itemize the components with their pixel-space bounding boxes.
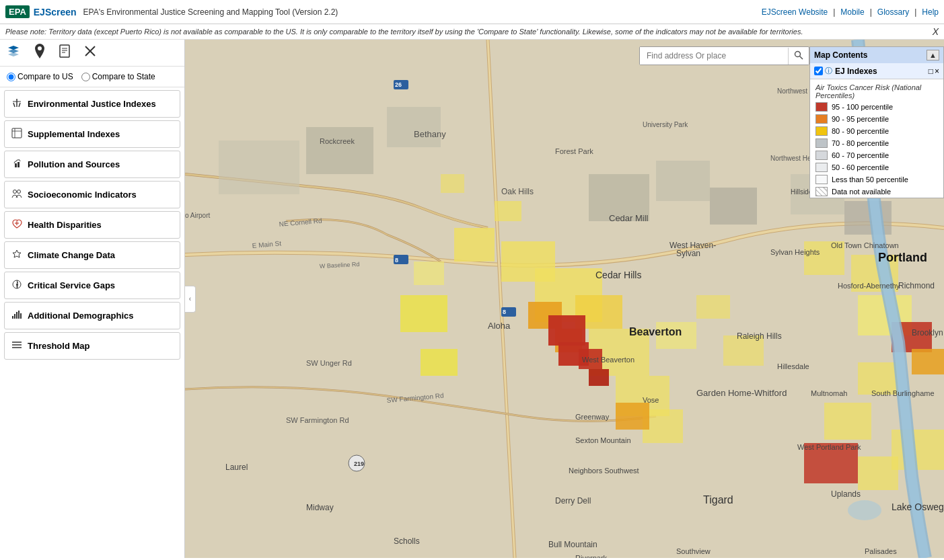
socioeconomic-icon [11, 188, 22, 201]
svg-rect-27 [20, 313, 22, 319]
ej-indexes-expand-button[interactable]: □ [929, 67, 933, 76]
legend-label: 70 - 80 percentile [832, 139, 889, 147]
critical-service-icon [11, 279, 22, 292]
menu-item-supplemental-indexes[interactable]: Supplemental Indexes [4, 120, 180, 148]
svg-text:Sylvan: Sylvan [676, 249, 700, 258]
svg-line-145 [800, 56, 803, 59]
map-contents-collapse-button[interactable]: ▲ [927, 50, 939, 61]
svg-line-11 [13, 103, 15, 107]
svg-text:Tigard: Tigard [703, 494, 733, 506]
svg-line-6 [90, 46, 95, 51]
svg-line-8 [90, 51, 95, 56]
svg-text:South Burlinghame: South Burlinghame [871, 389, 935, 397]
document-icon[interactable] [59, 44, 70, 61]
search-icon [794, 50, 803, 60]
legend-color-swatch [815, 102, 828, 112]
menu-label-pollution-and-sources: Pollution and Sources [28, 159, 120, 169]
svg-text:Lake Oswego: Lake Oswego [892, 502, 944, 512]
svg-text:26: 26 [395, 81, 402, 88]
ej-indexes-info-icon[interactable]: ⓘ [825, 66, 832, 76]
ejscreen-website-link[interactable]: EJScreen Website [762, 7, 828, 17]
sidebar-collapse-button[interactable]: ‹ [185, 286, 196, 313]
legend-label: 80 - 90 percentile [832, 127, 889, 135]
svg-rect-60 [912, 349, 944, 374]
compare-us-radio[interactable] [7, 73, 15, 81]
svg-rect-42 [400, 295, 447, 332]
tools-icon[interactable] [83, 44, 97, 61]
svg-text:Raleigh Hills: Raleigh Hills [737, 331, 782, 341]
svg-text:SW Farmington Rd: SW Farmington Rd [286, 416, 349, 424]
svg-text:Hosford-Abernethy: Hosford-Abernethy [838, 282, 900, 290]
supplemental-indexes-icon [11, 128, 22, 141]
menu-label-additional-demographics: Additional Demographics [28, 311, 133, 321]
climate-icon [11, 249, 22, 262]
legend-item-legend-70-80: 70 - 80 percentile [810, 137, 943, 149]
compare-state-radio[interactable] [81, 73, 90, 81]
svg-text:Southview: Southview [676, 547, 711, 555]
menu-item-critical-service-gaps[interactable]: Critical Service Gaps [4, 272, 180, 299]
legend-item-legend-60-70: 60 - 70 percentile [810, 149, 943, 161]
compare-us-label: Compare to US [17, 72, 73, 81]
menu-item-additional-demographics[interactable]: Additional Demographics [4, 302, 180, 329]
additional-demographics-icon [11, 309, 22, 322]
svg-rect-34 [387, 107, 441, 147]
svg-rect-35 [454, 228, 495, 262]
svg-rect-33 [306, 127, 373, 174]
svg-text:Sylvan Heights: Sylvan Heights [770, 248, 820, 256]
ej-indexes-actions: □ × [929, 67, 939, 76]
notice-close-button[interactable]: X [933, 26, 939, 37]
svg-point-0 [38, 46, 42, 50]
menu-item-health-disparities[interactable]: Health Disparities [4, 211, 180, 239]
svg-text:Bull Mountain: Bull Mountain [548, 540, 597, 549]
collapse-arrow-icon: ‹ [189, 295, 191, 303]
svg-text:Aloha: Aloha [488, 321, 511, 331]
ej-indexes-checkbox[interactable] [814, 67, 823, 75]
legend-title: Air Toxics Cancer Risk (National Percent… [810, 79, 943, 101]
svg-text:Vose: Vose [643, 396, 659, 404]
search-button[interactable] [788, 48, 809, 65]
svg-text:Garden Home-Whitford: Garden Home-Whitford [696, 388, 787, 398]
compare-state-option[interactable]: Compare to State [81, 72, 155, 81]
menu-item-socioeconomic-indicators[interactable]: Socioeconomic Indicators [4, 181, 180, 208]
menu-label-socioeconomic-indicators: Socioeconomic Indicators [28, 190, 137, 200]
svg-text:University Park: University Park [643, 121, 688, 128]
svg-text:Riverpark: Riverpark [575, 554, 608, 558]
svg-rect-13 [12, 128, 22, 138]
map-area[interactable]: Rockcreek Bethany Forest Park University… [185, 40, 944, 558]
legend-color-swatch [815, 138, 828, 148]
menu-item-environmental-justice-indexes[interactable]: Environmental Justice Indexes [4, 90, 180, 118]
compare-us-option[interactable]: Compare to US [7, 72, 73, 81]
menu-label-health-disparities: Health Disparities [28, 220, 102, 230]
ej-indexes-close-button[interactable]: × [935, 67, 939, 76]
menu-item-pollution-and-sources[interactable]: Pollution and Sources [4, 151, 180, 178]
compare-state-label: Compare to State [92, 72, 155, 81]
location-pin-icon[interactable] [34, 44, 46, 62]
legend-hatch-swatch [815, 187, 828, 196]
search-input[interactable] [640, 47, 788, 65]
sidebar: Compare to US Compare to State Environm [0, 40, 185, 558]
svg-text:o Airport: o Airport [185, 212, 210, 219]
legend-item-legend-lt50: Less than 50 percentile [810, 173, 943, 186]
menu-label-environmental-justice-indexes: Environmental Justice Indexes [28, 99, 156, 109]
svg-text:219: 219 [354, 461, 364, 467]
legend-color-swatch [815, 126, 828, 136]
svg-rect-67 [656, 161, 710, 201]
app-name: EJScreen [34, 7, 77, 17]
legend-label: 95 - 100 percentile [832, 103, 893, 111]
pollution-icon [11, 158, 22, 171]
menu-item-climate-change-data[interactable]: Climate Change Data [4, 241, 180, 269]
help-link[interactable]: Help [922, 7, 939, 17]
legend-color-swatch [815, 114, 828, 124]
svg-rect-65 [892, 430, 944, 470]
legend-color-swatch [815, 151, 828, 160]
map-contents-title: Map Contents [814, 50, 867, 60]
layers-icon[interactable] [7, 44, 20, 61]
svg-text:Derry Dell: Derry Dell [555, 496, 591, 506]
menu-item-threshold-map[interactable]: Threshold Map [4, 332, 180, 360]
svg-text:8: 8 [395, 257, 398, 264]
svg-text:Brooklyn: Brooklyn [912, 328, 943, 337]
notice-text: Please note: Territory data (except Puer… [5, 28, 803, 36]
glossary-link[interactable]: Glossary [877, 7, 909, 17]
svg-text:Scholls: Scholls [394, 536, 420, 546]
mobile-link[interactable]: Mobile [840, 7, 864, 17]
